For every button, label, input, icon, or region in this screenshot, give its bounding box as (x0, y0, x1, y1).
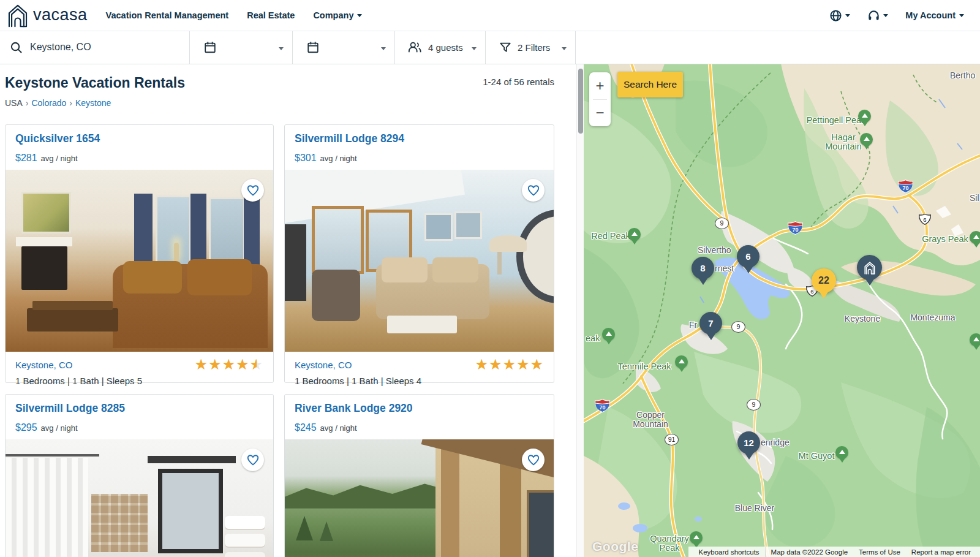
map-label-silverplume: Sil (970, 194, 979, 203)
property-photo[interactable] (285, 170, 554, 352)
breadcrumb-colorado[interactable]: Colorado (31, 98, 66, 108)
listing-title-link[interactable]: Quicksilver 1654 (15, 132, 273, 145)
mountain-pin-hagar (860, 133, 873, 146)
price-amount: $281 (15, 153, 37, 164)
chevron-down-icon (279, 42, 284, 53)
my-account-menu[interactable]: My Account (905, 10, 964, 20)
svg-text:6: 6 (923, 216, 926, 223)
mountain-pin-mt-guyot (835, 446, 848, 459)
favorite-button[interactable] (241, 179, 264, 202)
listing-location-link[interactable]: Keystone, CO (15, 360, 72, 370)
checkin-date-picker[interactable] (190, 31, 293, 64)
i70-shield: 70 (897, 179, 914, 196)
heart-icon (246, 453, 260, 467)
listing-title-link[interactable]: Silvermill Lodge 8294 (295, 132, 554, 145)
listing-price: $301 avg / night (295, 153, 554, 164)
map-label-tenmile-peak: Tenmile Peak (617, 362, 671, 371)
property-photo[interactable] (6, 170, 273, 352)
map-cluster-marker-12[interactable]: 12 (737, 431, 760, 454)
headset-icon (867, 9, 880, 22)
favorite-button[interactable] (522, 449, 545, 471)
star-rating: ★★★★★ ★★★★★ (475, 358, 544, 371)
top-nav: vacasa Vacation Rental Management Real E… (0, 0, 980, 31)
location-search-field[interactable]: Keystone, CO (0, 31, 190, 64)
price-suffix: avg / night (41, 154, 78, 163)
chevron-down-icon (381, 42, 386, 53)
results-pane: Keystone Vacation Rentals 1-24 of 56 ren… (0, 64, 576, 557)
chevron-down-icon (472, 42, 477, 53)
mountain-pin-peak-fragment (602, 328, 615, 341)
map-cluster-marker-6[interactable]: 6 (737, 245, 760, 268)
my-account-label: My Account (905, 10, 956, 20)
route91-shield: 91 (665, 434, 679, 445)
breadcrumb: USA›Colorado›Keystone (5, 98, 111, 108)
results-count: 1-24 of 56 rentals (483, 77, 554, 87)
search-location-value: Keystone, CO (30, 42, 91, 53)
zoom-in-button[interactable]: + (589, 72, 611, 99)
map-home-marker[interactable] (857, 255, 882, 280)
map[interactable]: + − Search Here Bertho Sil Red Peak Pett… (584, 64, 980, 557)
map-label-keystone: Keystone (845, 314, 880, 324)
map-cluster-marker-8[interactable]: 8 (692, 257, 714, 279)
listing-price: $295 avg / night (15, 422, 273, 433)
chevron-down-icon (883, 14, 888, 17)
results-scrollbar[interactable] (576, 64, 584, 557)
nav-vacation-rental-management[interactable]: Vacation Rental Management (106, 10, 229, 20)
map-label-silverthorne: Silvertho (698, 246, 731, 255)
search-here-button[interactable]: Search Here (617, 72, 683, 97)
favorite-button[interactable] (241, 449, 264, 471)
guests-icon (407, 40, 422, 54)
map-label-grays-peak: Grays Peak (922, 235, 968, 244)
price-amount: $245 (295, 422, 317, 433)
map-label-peak-fragment: eak (586, 334, 600, 343)
nav-company-label: Company (313, 10, 353, 20)
map-label-montezuma: Montezuma (910, 313, 955, 322)
calendar-icon (306, 40, 320, 54)
price-amount: $295 (15, 422, 37, 433)
listing-footer: Keystone, CO ★★★★★ ★★★★★ 1 Bedrooms | 1 … (6, 352, 273, 386)
map-label-hagar-mountain: HagarMountain (825, 133, 862, 151)
map-label-red-peak: Red Peak (591, 232, 630, 241)
nav-company[interactable]: Company (313, 10, 362, 20)
breadcrumb-keystone[interactable]: Keystone (75, 98, 111, 108)
checkout-date-picker[interactable] (293, 31, 395, 64)
price-suffix: avg / night (320, 154, 357, 163)
map-cluster-marker-7[interactable]: 7 (699, 312, 722, 335)
map-label-berthoud: Bertho (950, 71, 975, 80)
page-title: Keystone Vacation Rentals (5, 75, 185, 91)
listing-location-link[interactable]: Keystone, CO (295, 360, 352, 370)
listing-card: River Bank Lodge 2920 $245 avg / night (284, 394, 554, 557)
property-photo[interactable] (6, 439, 273, 557)
logo-wordmark: vacasa (33, 6, 88, 25)
map-label-wildernest: rnest (715, 264, 734, 273)
listing-footer: Keystone, CO ★★★★★ ★★★★★ 1 Bedrooms | 1 … (285, 352, 554, 386)
price-suffix: avg / night (41, 423, 78, 433)
terms-of-use-link[interactable]: Terms of Use (853, 548, 906, 556)
mountain-pin-edge (970, 333, 980, 346)
listing-title-link[interactable]: Silvermill Lodge 8285 (15, 402, 273, 415)
filter-funnel-icon (499, 41, 511, 53)
scrollbar-thumb[interactable] (578, 69, 583, 134)
support-menu[interactable] (867, 9, 888, 22)
svg-text:70: 70 (599, 404, 605, 411)
language-selector[interactable] (829, 9, 850, 22)
listing-price: $245 avg / night (295, 422, 554, 433)
heart-icon (527, 184, 540, 197)
property-photo[interactable] (285, 439, 554, 557)
filters-button[interactable]: 2 Filters (486, 31, 576, 64)
favorite-button[interactable] (522, 179, 545, 202)
keyboard-shortcuts-link[interactable]: Keyboard shortcuts (693, 548, 765, 556)
vacasa-logo[interactable]: vacasa (6, 2, 88, 28)
report-map-error-link[interactable]: Report a map error (906, 548, 976, 556)
listing-title-link[interactable]: River Bank Lodge 2920 (295, 402, 554, 415)
listing-price: $281 avg / night (15, 153, 273, 164)
chevron-down-icon (357, 14, 362, 17)
map-canvas[interactable] (584, 64, 980, 557)
svg-text:70: 70 (902, 185, 908, 191)
map-cluster-marker-22[interactable]: 22 (812, 268, 836, 293)
mountain-pin-red-peak (628, 228, 641, 241)
guests-selector[interactable]: 4 guests (395, 31, 486, 64)
star-rating: ★★★★★ ★★★★★ (194, 358, 263, 371)
nav-real-estate[interactable]: Real Estate (247, 10, 295, 20)
zoom-out-button[interactable]: − (589, 100, 611, 127)
